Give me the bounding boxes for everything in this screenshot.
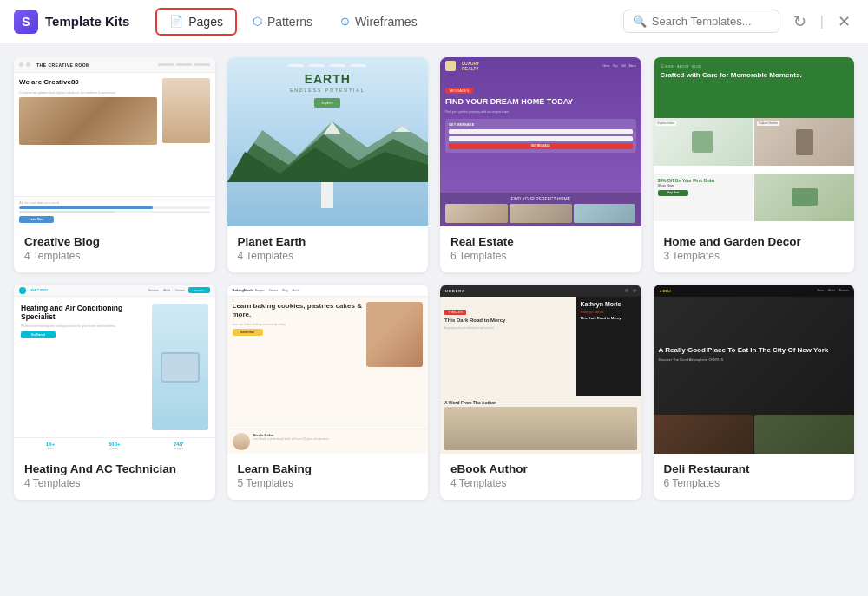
re-bottom: FIND YOUR PERFECT HOME — [440, 193, 641, 226]
card-info-learn-baking: Learn Baking 5 Templates — [227, 454, 429, 500]
card-heating-ac[interactable]: HVAC PRO Services About Contact Get Quot… — [14, 285, 215, 500]
card-preview-deli: ★ DELI Menu About Reserve A Really Good … — [654, 285, 855, 454]
card-preview-real-estate: LUXURYREALTY Home Buy Sell About MESSAGE… — [440, 57, 641, 226]
lb-text: Join our online baking community today. — [233, 323, 363, 326]
lb-hero: Learn baking cookies, pastries cakes & m… — [227, 297, 429, 429]
search-icon: 🔍 — [633, 15, 647, 28]
re-bottom-title: FIND YOUR PERFECT HOME — [445, 196, 636, 201]
nav-tabs: 📄 Pages ⬡ Patterns ⊙ Wireframes — [155, 8, 429, 36]
hac-cta-sm-label: Get Quote — [194, 289, 204, 291]
patterns-icon: ⬡ — [253, 15, 262, 28]
re-input1 — [449, 129, 633, 134]
card-info-ebook: eBook Author 4 Templates — [440, 454, 641, 500]
re-thumb2 — [510, 204, 572, 223]
pe-nav — [288, 64, 366, 67]
hac-cta-sm[interactable]: Get Quote — [188, 287, 210, 293]
card-info-heating-ac: Heating And AC Technician 4 Templates — [14, 454, 215, 500]
re-thumb3 — [574, 204, 636, 223]
hac-nav3: Contact — [175, 289, 184, 292]
cb-header: THE CREATIVE ROOM — [14, 57, 215, 73]
re-nav-item1: Home — [602, 64, 609, 68]
card-deli-restaurant[interactable]: ★ DELI Menu About Reserve A Really Good … — [654, 285, 855, 500]
hac-nav2: About — [163, 289, 170, 292]
hg-label2: Explore Outdoor — [757, 121, 779, 126]
re-nav: Home Buy Sell About — [602, 64, 635, 68]
dr-subtitle: Discover The Good Atmosphere Of NYUS. — [659, 357, 850, 362]
lb-nav4: About — [292, 289, 299, 292]
eb-header: UBBERS — [440, 285, 641, 297]
hg-cell1: Explore Indoor — [654, 118, 753, 166]
card-title-heating-ac: Heating And AC Technician — [24, 462, 205, 475]
dr-title: A Really Good Place To Eat In The City O… — [659, 346, 850, 355]
close-button[interactable]: ✕ — [834, 9, 854, 35]
dr-nav: Menu About Reserve — [817, 289, 849, 292]
tab-wireframes[interactable]: ⊙ Wireframes — [328, 10, 430, 34]
divider: | — [820, 14, 824, 29]
card-count-real-estate: 6 Templates — [450, 250, 631, 262]
dr-logo: ★ DELI — [659, 289, 671, 293]
card-count-ebook: 4 Templates — [450, 477, 631, 489]
hac-title: Heating and Air Conditioning Specialist — [21, 304, 147, 321]
hac-cta[interactable]: Get Started — [21, 331, 56, 338]
lb-title: Learn baking cookies, pastries cakes & m… — [233, 302, 363, 320]
tab-pages[interactable]: 📄 Pages — [155, 8, 237, 36]
cb-headline: We are Creative80 — [19, 78, 157, 87]
card-info-deli: Deli Restaurant 6 Templates — [654, 454, 855, 500]
dr-nav-item2: About — [828, 289, 835, 292]
hac-stat2-label: Clients — [83, 447, 146, 450]
hg-shop-button[interactable]: Shop Now — [658, 190, 688, 196]
hg-shop-label: Shop Now — [667, 191, 680, 194]
tab-pages-label: Pages — [188, 15, 223, 29]
card-creative-blog[interactable]: THE CREATIVE ROOM We are Creative80 Crea… — [14, 57, 215, 272]
card-real-estate[interactable]: LUXURYREALTY Home Buy Sell About MESSAGE… — [440, 57, 641, 272]
re-form-title: GET MESSAGE — [449, 122, 633, 127]
pe-thumbs — [321, 182, 333, 208]
re-title: FIND YOUR DREAM HOME TODAY — [445, 97, 636, 107]
card-learn-baking[interactable]: BakingNosh Recipes Classes Blog About Le… — [227, 285, 429, 500]
pe-button[interactable]: Explore — [314, 98, 340, 108]
lb-baking-fill — [366, 302, 423, 367]
dr-bottom — [654, 415, 855, 454]
re-thumb-fill1 — [445, 204, 508, 223]
dr-header: ★ DELI Menu About Reserve — [654, 285, 855, 297]
hg-label1: Explore Indoor — [656, 121, 677, 126]
pe-nav-dot3 — [330, 64, 345, 67]
hac-nav1: Services — [148, 289, 159, 292]
cb-logo: THE CREATIVE ROOM — [36, 62, 90, 68]
cb-right — [162, 78, 210, 191]
hac-stat3-label: Support — [148, 447, 210, 450]
tab-patterns[interactable]: ⬡ Patterns — [240, 10, 325, 34]
hac-right — [152, 304, 208, 430]
card-home-garden[interactable]: ☰ SHOP ABOUT BLOG Crafted with Care for … — [654, 57, 855, 272]
hg-cell4 — [754, 174, 854, 221]
hac-text: Professional heating and cooling service… — [21, 324, 147, 328]
hg-top: ☰ SHOP ABOUT BLOG Crafted with Care for … — [654, 57, 855, 118]
card-preview-home-garden: ☰ SHOP ABOUT BLOG Crafted with Care for … — [654, 57, 855, 226]
search-input[interactable] — [652, 15, 770, 28]
re-thumb-fill2 — [510, 204, 572, 223]
card-preview-learn-baking: BakingNosh Recipes Classes Blog About Le… — [227, 285, 429, 454]
lb-button[interactable]: Enroll Now — [233, 329, 263, 336]
card-title-creative-blog: Creative Blog — [24, 235, 205, 248]
re-submit[interactable]: GET MESSAGE — [449, 143, 633, 149]
pe-title: EARTH — [305, 72, 351, 86]
dr-nav-item1: Menu — [817, 289, 824, 292]
dr-food-img1 — [654, 415, 753, 454]
cb-bar2 — [19, 211, 210, 213]
template-grid: THE CREATIVE ROOM We are Creative80 Crea… — [0, 43, 868, 514]
lb-nav2: Classes — [269, 289, 279, 292]
cb-cta-button[interactable]: Learn More — [19, 216, 54, 223]
pe-nav-dot2 — [309, 64, 325, 67]
hac-nav: Services About Contact — [148, 289, 185, 292]
re-text: Find your perfect property with our expe… — [445, 110, 636, 114]
pe-nav-dot4 — [351, 64, 366, 67]
hac-stat1-label: Years — [19, 447, 82, 450]
card-planet-earth[interactable]: EARTH ENDLESS POTENTIAL Explore — [227, 57, 429, 272]
card-ebook-author[interactable]: UBBERS THRILLER This Dark Road to Mercy … — [440, 285, 641, 500]
hac-machine-unit — [161, 352, 200, 383]
hac-stat1: 10+ Years — [19, 442, 82, 450]
lb-right — [366, 302, 423, 423]
card-title-learn-baking: Learn Baking — [238, 462, 418, 475]
lb-profile-img — [233, 433, 250, 450]
refresh-button[interactable]: ↻ — [790, 9, 810, 35]
